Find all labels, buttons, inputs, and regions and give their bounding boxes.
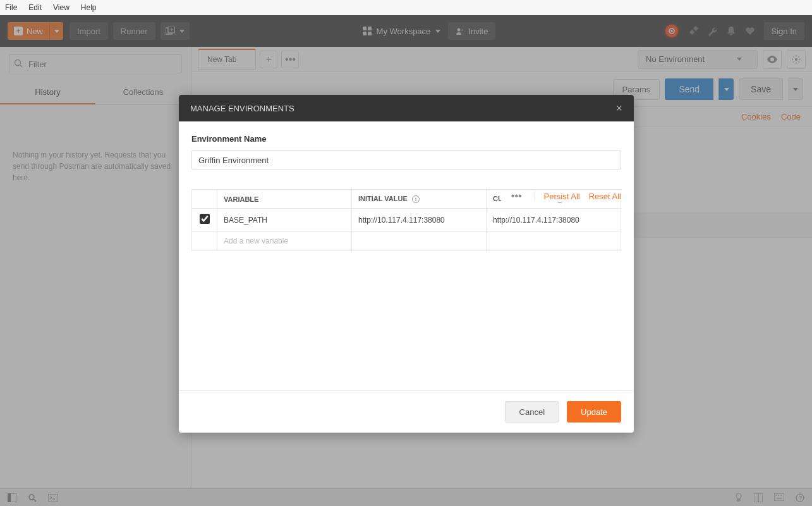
new-window-button[interactable]: + bbox=[161, 22, 190, 40]
update-button[interactable]: Update bbox=[567, 401, 621, 423]
modal-footer: Cancel Update bbox=[179, 390, 634, 433]
environment-select-label: No Environment bbox=[646, 54, 705, 64]
cookies-link[interactable]: Cookies bbox=[741, 112, 771, 121]
search-icon bbox=[14, 59, 23, 68]
svg-text:+: + bbox=[461, 27, 464, 33]
main-toolbar: + New Import Runner + My Workspace + Inv… bbox=[0, 15, 812, 47]
reset-all-button[interactable]: Reset All bbox=[589, 192, 621, 201]
svg-line-17 bbox=[33, 499, 36, 502]
eye-icon bbox=[767, 56, 777, 63]
col-initial: INITIAL VALUE i bbox=[352, 190, 487, 209]
initial-value-input[interactable] bbox=[358, 216, 480, 225]
menu-file[interactable]: File bbox=[5, 3, 17, 12]
runner-button[interactable]: Runner bbox=[113, 22, 155, 40]
sidebar-tabs: History Collections bbox=[0, 81, 191, 105]
chevron-down-icon bbox=[435, 30, 440, 33]
persist-all-button[interactable]: Persist All bbox=[544, 192, 580, 201]
current-value-input[interactable] bbox=[493, 216, 614, 225]
menu-help[interactable]: Help bbox=[81, 3, 97, 12]
table-row-new bbox=[192, 231, 621, 251]
bell-icon[interactable] bbox=[726, 26, 736, 36]
new-current-input[interactable] bbox=[493, 237, 614, 245]
new-variable-input[interactable] bbox=[224, 237, 345, 245]
keyboard-icon[interactable] bbox=[774, 493, 784, 501]
modal-title: MANAGE ENVIRONMENTS bbox=[190, 104, 294, 113]
sidebar: History Collections Nothing in your hist… bbox=[0, 47, 191, 488]
svg-rect-4 bbox=[368, 27, 372, 30]
info-icon[interactable]: i bbox=[412, 195, 420, 203]
quick-look-button[interactable] bbox=[763, 50, 782, 69]
svg-rect-5 bbox=[363, 32, 367, 35]
new-button[interactable]: + New bbox=[8, 22, 49, 40]
sync-off-icon bbox=[668, 27, 676, 35]
signin-button[interactable]: Sign In bbox=[764, 22, 804, 40]
status-bar: ? bbox=[0, 488, 812, 506]
svg-line-12 bbox=[20, 65, 22, 67]
svg-text:+: + bbox=[170, 27, 173, 33]
environment-name-input[interactable] bbox=[191, 150, 621, 170]
svg-point-10 bbox=[670, 30, 672, 32]
cancel-button[interactable]: Cancel bbox=[505, 401, 559, 423]
workspace-switcher[interactable]: My Workspace bbox=[363, 27, 441, 36]
code-link[interactable]: Code bbox=[781, 112, 801, 121]
find-icon[interactable] bbox=[28, 493, 37, 502]
new-initial-input[interactable] bbox=[358, 237, 480, 245]
sync-status-badge[interactable] bbox=[664, 23, 679, 39]
svg-text:?: ? bbox=[799, 495, 802, 501]
variable-name-input[interactable] bbox=[224, 216, 345, 225]
plus-icon: + bbox=[14, 27, 23, 35]
two-pane-icon[interactable] bbox=[754, 493, 763, 502]
menu-view[interactable]: View bbox=[53, 3, 70, 12]
console-icon[interactable] bbox=[48, 494, 58, 502]
help-icon[interactable]: ? bbox=[796, 493, 804, 502]
environment-name-label: Environment Name bbox=[191, 134, 621, 144]
invite-label: Invite bbox=[468, 27, 488, 36]
environment-select[interactable]: No Environment bbox=[638, 50, 758, 69]
satellite-icon[interactable] bbox=[688, 26, 698, 36]
svg-point-16 bbox=[29, 495, 34, 500]
svg-point-13 bbox=[795, 58, 797, 61]
filter-input[interactable] bbox=[9, 54, 182, 73]
grid-icon bbox=[363, 27, 372, 35]
col-checkbox bbox=[192, 190, 217, 209]
request-tab[interactable]: New Tab bbox=[198, 49, 256, 70]
tab-collections[interactable]: Collections bbox=[95, 81, 191, 104]
workspace-label: My Workspace bbox=[377, 27, 431, 36]
import-button[interactable]: Import bbox=[70, 22, 108, 40]
tab-history[interactable]: History bbox=[0, 81, 95, 104]
manage-env-button[interactable] bbox=[787, 50, 806, 69]
send-button[interactable]: Send bbox=[665, 78, 713, 100]
separator bbox=[535, 191, 535, 201]
chevron-down-icon bbox=[793, 88, 798, 91]
bootcamp-icon[interactable] bbox=[735, 493, 742, 502]
manage-environments-modal: MANAGE ENVIRONMENTS × Environment Name V… bbox=[179, 95, 634, 433]
col-variable: VARIABLE bbox=[217, 190, 352, 209]
row-checkbox[interactable] bbox=[200, 214, 210, 224]
windows-icon: + bbox=[166, 27, 176, 35]
send-caret[interactable] bbox=[718, 78, 734, 100]
modal-close-button[interactable]: × bbox=[615, 102, 622, 114]
tab-options-button[interactable]: ••• bbox=[281, 51, 299, 68]
os-menu-bar: File Edit View Help bbox=[0, 0, 812, 15]
menu-edit[interactable]: Edit bbox=[28, 3, 42, 12]
chevron-down-icon bbox=[54, 30, 59, 33]
table-row bbox=[192, 209, 621, 231]
chevron-down-icon bbox=[737, 58, 742, 61]
svg-point-7 bbox=[458, 28, 461, 32]
save-caret[interactable] bbox=[788, 78, 803, 100]
svg-rect-15 bbox=[8, 493, 11, 502]
save-button[interactable]: Save bbox=[739, 78, 783, 100]
chevron-down-icon bbox=[724, 88, 729, 91]
new-button-label: New bbox=[27, 27, 43, 36]
request-tabs-row: New Tab + ••• No Environment bbox=[191, 47, 812, 72]
history-empty-text: Nothing in your history yet. Requests th… bbox=[0, 105, 191, 196]
heart-icon[interactable] bbox=[745, 26, 755, 36]
new-button-caret[interactable] bbox=[49, 22, 63, 40]
invite-button[interactable]: + Invite bbox=[448, 22, 495, 40]
table-options-button[interactable]: ••• bbox=[507, 190, 526, 202]
add-tab-button[interactable]: + bbox=[260, 51, 277, 68]
sidebar-toggle-icon[interactable] bbox=[8, 493, 16, 502]
svg-rect-6 bbox=[368, 32, 372, 35]
wrench-icon[interactable] bbox=[707, 26, 717, 36]
svg-rect-18 bbox=[48, 494, 58, 502]
